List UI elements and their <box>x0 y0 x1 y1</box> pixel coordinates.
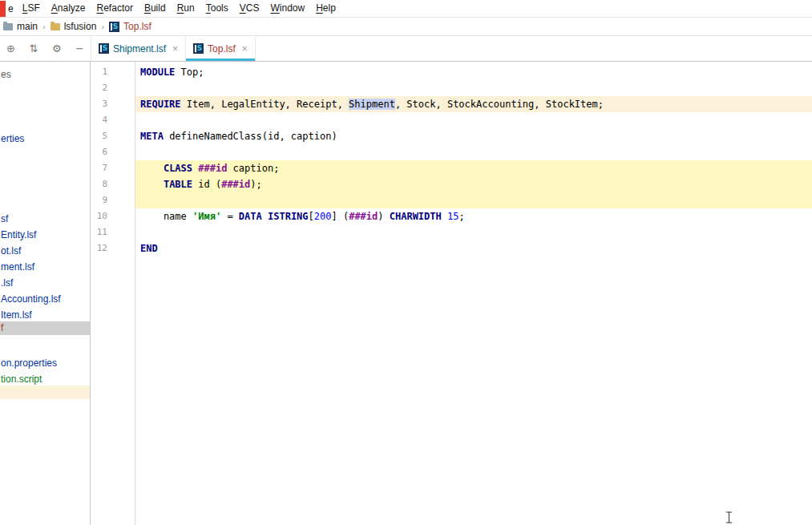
folder-icon <box>3 23 13 30</box>
text-cursor-pointer <box>725 511 733 525</box>
red-indicator <box>0 1 6 17</box>
line-number[interactable]: 3 <box>91 96 135 112</box>
project-panel-toolbar: ⊕ ⇅ ⚙ − <box>0 36 91 61</box>
code-line[interactable]: META defineNamedClass(id, caption) <box>135 128 812 144</box>
breadcrumb-label: lsfusion <box>64 21 97 32</box>
lsf-file-icon: S <box>99 43 109 54</box>
tree-item[interactable]: ot.lsf <box>0 244 90 258</box>
tree-item[interactable]: Item.lsf <box>0 309 90 322</box>
chevron-right-icon: › <box>39 22 49 31</box>
tree-item[interactable]: on.properties <box>0 357 90 370</box>
code-line[interactable] <box>135 112 812 128</box>
editor-row: 5META defineNamedClass(id, caption) <box>91 128 812 144</box>
code-editor[interactable]: 1MODULE Top;23REQUIRE Item, LegalEntity,… <box>91 62 812 525</box>
line-number[interactable]: 7 <box>91 160 135 176</box>
project-tree[interactable]: esertiessfEntity.lsfot.lsfment.lsf.lsfAc… <box>0 62 91 525</box>
line-number[interactable]: 1 <box>91 64 135 80</box>
editor-row: 11 <box>91 224 812 240</box>
tree-item[interactable]: tion.script <box>0 373 90 386</box>
tree-item[interactable]: es <box>0 68 90 82</box>
ide-window: e LSFAnalyzeRefactorBuildRunToolsVCSWind… <box>0 0 812 525</box>
editor-row: 9 <box>91 192 812 208</box>
line-number[interactable]: 12 <box>91 240 135 256</box>
collapse-icon[interactable]: ⇅ <box>29 43 38 54</box>
chevron-right-icon: › <box>98 22 107 31</box>
code-line[interactable]: MODULE Top; <box>135 64 812 80</box>
line-number[interactable]: 4 <box>91 112 135 128</box>
breadcrumb-item-lsfusion[interactable]: lsfusion <box>49 21 99 32</box>
code-line[interactable]: REQUIRE Item, LegalEntity, Receipt, Ship… <box>135 96 812 112</box>
close-icon[interactable]: × <box>242 43 248 55</box>
tree-item[interactable]: .lsf <box>0 277 90 290</box>
menu-item-file-fragment[interactable]: e <box>6 3 17 14</box>
code-line[interactable]: TABLE id (###id); <box>135 176 812 192</box>
code-line[interactable] <box>135 192 812 208</box>
menu-item-refactor[interactable]: Refactor <box>91 0 138 17</box>
gutter-separator <box>135 62 135 525</box>
line-number[interactable]: 6 <box>91 144 135 160</box>
main-area: esertiessfEntity.lsfot.lsfment.lsf.lsfAc… <box>0 62 812 525</box>
close-icon[interactable]: × <box>172 43 178 55</box>
menu-item-help[interactable]: Help <box>310 0 341 17</box>
line-number[interactable]: 5 <box>91 128 135 144</box>
code-line[interactable]: END <box>135 240 812 256</box>
menu-bar: e LSFAnalyzeRefactorBuildRunToolsVCSWind… <box>0 0 812 18</box>
editor-row: 2 <box>91 80 812 96</box>
tab-label: Shipment.lsf <box>113 43 166 55</box>
breadcrumb-item-main[interactable]: main <box>2 21 39 32</box>
editor-lines: 1MODULE Top;23REQUIRE Item, LegalEntity,… <box>91 64 812 256</box>
line-number[interactable]: 9 <box>91 192 135 208</box>
locate-icon[interactable]: ⊕ <box>6 43 15 54</box>
line-number[interactable]: 11 <box>91 224 135 240</box>
line-number[interactable]: 8 <box>91 176 135 192</box>
breadcrumb: main › lsfusion › S Top.lsf <box>0 18 812 36</box>
code-line[interactable] <box>135 224 812 240</box>
editor-row: 12END <box>91 240 812 256</box>
menu-item-analyze[interactable]: Analyze <box>46 0 91 17</box>
lsf-file-icon: S <box>193 43 204 54</box>
editor-row: 7 CLASS ###id caption; <box>91 160 812 176</box>
menu-items: LSFAnalyzeRefactorBuildRunToolsVCSWindow… <box>17 0 341 17</box>
hide-icon[interactable]: − <box>75 43 84 54</box>
editor-row: 4 <box>91 112 812 128</box>
editor-row: 6 <box>91 144 812 160</box>
code-line[interactable]: name 'Имя' = DATA ISTRING[200] (###id) C… <box>135 208 812 224</box>
tree-item[interactable]: Accounting.lsf <box>0 293 90 306</box>
tree-item[interactable]: erties <box>0 132 90 146</box>
tree-item[interactable]: ment.lsf <box>0 260 90 274</box>
folder-icon <box>50 23 60 30</box>
code-line[interactable]: CLASS ###id caption; <box>135 160 812 176</box>
line-number[interactable]: 10 <box>91 208 135 224</box>
editor-row: 10 name 'Имя' = DATA ISTRING[200] (###id… <box>91 208 812 224</box>
tree-highlight-row <box>0 386 90 399</box>
tree-item[interactable]: f <box>0 321 90 335</box>
tab-shipment-lsf[interactable]: S Shipment.lsf × <box>91 36 185 61</box>
editor-row: 1MODULE Top; <box>91 64 812 80</box>
menu-item-run[interactable]: Run <box>172 0 200 17</box>
menu-item-lsf[interactable]: LSF <box>17 0 46 17</box>
tree-item[interactable]: sf <box>0 212 90 226</box>
settings-icon[interactable]: ⚙ <box>52 43 62 54</box>
line-number[interactable]: 2 <box>91 80 135 96</box>
code-line[interactable] <box>135 80 812 96</box>
editor-row: 8 TABLE id (###id); <box>91 176 812 192</box>
breadcrumb-label: Top.lsf <box>123 21 151 32</box>
lsf-file-icon: S <box>109 22 119 32</box>
tab-top-lsf[interactable]: S Top.lsf × <box>185 36 256 61</box>
menu-item-window[interactable]: Window <box>265 0 310 17</box>
menu-item-vcs[interactable]: VCS <box>234 0 265 17</box>
breadcrumb-label: main <box>17 21 38 32</box>
tree-item[interactable]: Entity.lsf <box>0 228 90 242</box>
editor-tab-bar: ⊕ ⇅ ⚙ − S Shipment.lsf × S Top.lsf × <box>0 36 812 62</box>
menu-item-tools[interactable]: Tools <box>200 0 234 17</box>
breadcrumb-item-topfile[interactable]: S Top.lsf <box>107 21 153 32</box>
tab-label: Top.lsf <box>208 43 236 55</box>
code-line[interactable] <box>135 144 812 160</box>
tabs: S Shipment.lsf × S Top.lsf × <box>91 36 256 61</box>
menu-item-build[interactable]: Build <box>139 0 172 17</box>
editor-row: 3REQUIRE Item, LegalEntity, Receipt, Shi… <box>91 96 812 112</box>
